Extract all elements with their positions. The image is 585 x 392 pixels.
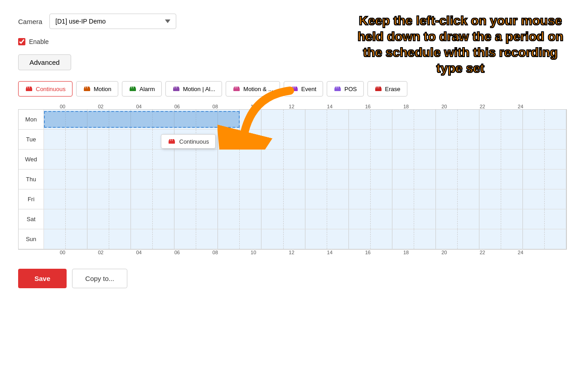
- cell[interactable]: [240, 229, 261, 249]
- cell[interactable]: [131, 189, 153, 209]
- cell[interactable]: [109, 110, 131, 129]
- cell[interactable]: [305, 150, 327, 169]
- cell[interactable]: [349, 209, 371, 229]
- cell[interactable]: [392, 169, 414, 189]
- cell[interactable]: [414, 189, 436, 209]
- schedule-cells-wed[interactable]: [44, 150, 566, 169]
- cell[interactable]: [153, 209, 174, 229]
- cell[interactable]: [284, 229, 305, 249]
- cell[interactable]: [305, 169, 327, 189]
- cell[interactable]: [349, 110, 371, 129]
- cell[interactable]: [87, 150, 109, 169]
- cell[interactable]: [523, 169, 545, 189]
- cell[interactable]: [349, 130, 371, 149]
- cell[interactable]: [327, 189, 349, 209]
- cell[interactable]: [501, 229, 523, 249]
- cell[interactable]: [66, 110, 87, 129]
- cell[interactable]: [305, 209, 327, 229]
- cell[interactable]: [240, 169, 261, 189]
- cell[interactable]: [305, 130, 327, 149]
- cell[interactable]: [414, 110, 436, 129]
- cell[interactable]: [261, 229, 283, 249]
- cell[interactable]: [153, 169, 174, 189]
- cell[interactable]: [458, 150, 479, 169]
- cell[interactable]: [66, 209, 87, 229]
- cell[interactable]: [218, 189, 240, 209]
- save-button[interactable]: Save: [18, 269, 67, 288]
- cell[interactable]: [349, 150, 371, 169]
- cell[interactable]: [414, 130, 436, 149]
- cell[interactable]: [305, 229, 327, 249]
- cell[interactable]: [327, 209, 349, 229]
- cell[interactable]: [371, 150, 392, 169]
- cell[interactable]: [153, 229, 174, 249]
- cell[interactable]: [479, 150, 501, 169]
- cell[interactable]: [458, 130, 479, 149]
- cell[interactable]: [174, 229, 196, 249]
- cell[interactable]: [458, 169, 479, 189]
- cell[interactable]: [284, 209, 305, 229]
- cell[interactable]: [392, 189, 414, 209]
- schedule-row-thu[interactable]: Thu: [19, 169, 566, 189]
- cell[interactable]: [501, 209, 523, 229]
- advanced-button[interactable]: Advanced: [18, 54, 71, 70]
- cell[interactable]: [479, 169, 501, 189]
- cell[interactable]: [545, 130, 566, 149]
- cell[interactable]: [392, 209, 414, 229]
- cell[interactable]: [44, 150, 66, 169]
- cell[interactable]: [436, 130, 458, 149]
- cell[interactable]: [501, 150, 523, 169]
- cell[interactable]: [109, 169, 131, 189]
- cell[interactable]: [87, 110, 109, 129]
- cell[interactable]: [371, 229, 392, 249]
- cell[interactable]: [261, 169, 283, 189]
- cell[interactable]: [261, 150, 283, 169]
- cell[interactable]: [479, 209, 501, 229]
- schedule-row-fri[interactable]: Fri: [19, 189, 566, 209]
- cell[interactable]: [414, 229, 436, 249]
- rec-btn-erase[interactable]: Erase: [367, 81, 407, 97]
- cell[interactable]: [174, 189, 196, 209]
- cell[interactable]: [44, 229, 66, 249]
- cell[interactable]: [523, 150, 545, 169]
- cell[interactable]: [501, 169, 523, 189]
- cell[interactable]: [392, 130, 414, 149]
- cell[interactable]: [327, 110, 349, 129]
- cell[interactable]: [523, 209, 545, 229]
- cell[interactable]: [87, 209, 109, 229]
- cell[interactable]: [153, 189, 174, 209]
- cell[interactable]: [174, 110, 196, 129]
- cell[interactable]: [87, 169, 109, 189]
- cell[interactable]: [545, 209, 566, 229]
- cell[interactable]: [349, 189, 371, 209]
- schedule-cells-fri[interactable]: [44, 189, 566, 209]
- cell[interactable]: [131, 130, 153, 149]
- cell[interactable]: [44, 130, 66, 149]
- cell[interactable]: [240, 209, 261, 229]
- schedule-row-wed[interactable]: Wed: [19, 150, 566, 169]
- cell[interactable]: [66, 189, 87, 209]
- cell[interactable]: [501, 130, 523, 149]
- cell[interactable]: [305, 189, 327, 209]
- cell[interactable]: [218, 169, 240, 189]
- cell[interactable]: [174, 169, 196, 189]
- cell[interactable]: [174, 209, 196, 229]
- cell[interactable]: [545, 150, 566, 169]
- cell[interactable]: [109, 229, 131, 249]
- cell[interactable]: [131, 209, 153, 229]
- rec-btn-continuous[interactable]: Continuous: [18, 81, 73, 97]
- cell[interactable]: [523, 110, 545, 129]
- cell[interactable]: [153, 110, 174, 129]
- cell[interactable]: [240, 150, 261, 169]
- cell[interactable]: [44, 189, 66, 209]
- cell[interactable]: [131, 169, 153, 189]
- cell[interactable]: [109, 209, 131, 229]
- cell[interactable]: [327, 130, 349, 149]
- cell[interactable]: [458, 209, 479, 229]
- cell[interactable]: [196, 229, 218, 249]
- cell[interactable]: [501, 110, 523, 129]
- cell[interactable]: [436, 229, 458, 249]
- cell[interactable]: [436, 189, 458, 209]
- rec-btn-motion[interactable]: Motion: [76, 81, 118, 97]
- cell[interactable]: [392, 150, 414, 169]
